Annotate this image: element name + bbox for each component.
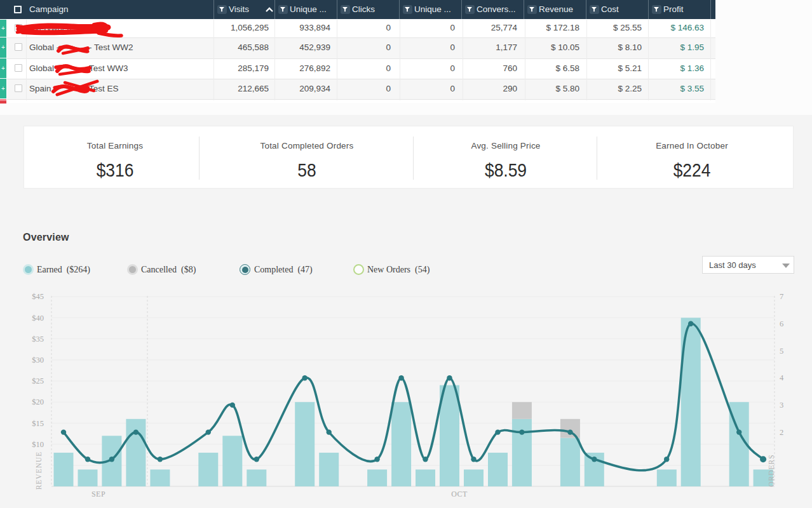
svg-text:$45: $45 bbox=[32, 292, 44, 301]
svg-text:6: 6 bbox=[780, 319, 783, 328]
svg-text:SEP: SEP bbox=[91, 490, 105, 498]
svg-text:4: 4 bbox=[780, 373, 784, 382]
svg-text:$35: $35 bbox=[32, 335, 44, 344]
svg-text:OCT: OCT bbox=[451, 490, 468, 498]
svg-text:7: 7 bbox=[780, 292, 783, 301]
svg-text:2: 2 bbox=[780, 428, 783, 437]
svg-text:$15: $15 bbox=[32, 419, 44, 428]
svg-text:3: 3 bbox=[780, 401, 783, 410]
svg-text:$25: $25 bbox=[32, 377, 44, 385]
svg-text:$10: $10 bbox=[32, 440, 44, 449]
svg-text:$20: $20 bbox=[32, 398, 44, 406]
svg-text:ORDERS: ORDERS bbox=[768, 454, 775, 486]
svg-text:5: 5 bbox=[780, 347, 783, 356]
svg-text:REVENUE: REVENUE bbox=[35, 451, 43, 490]
svg-text:$40: $40 bbox=[32, 314, 44, 323]
svg-text:$30: $30 bbox=[32, 356, 44, 364]
